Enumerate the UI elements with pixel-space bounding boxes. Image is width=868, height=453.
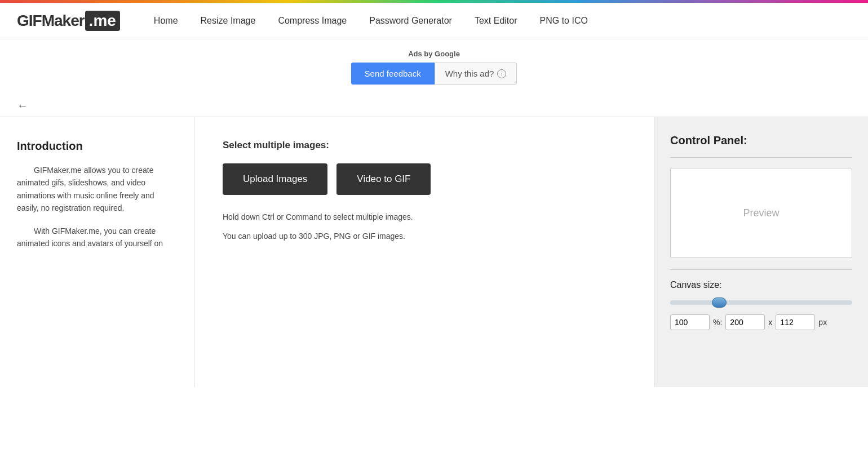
google-label: Google <box>435 50 460 58</box>
canvas-slider-wrapper <box>670 297 852 307</box>
panel-divider <box>670 157 852 158</box>
ad-buttons: Send feedback Why this ad? i <box>351 63 517 85</box>
nav-home[interactable]: Home <box>154 16 178 26</box>
canvas-height-input[interactable] <box>776 314 815 330</box>
preview-box: Preview <box>670 168 852 258</box>
canvas-inputs: %: x px <box>670 314 852 330</box>
percent-label: %: <box>713 318 722 327</box>
control-panel-heading: Control Panel: <box>670 134 852 147</box>
canvas-size-slider[interactable] <box>670 300 852 305</box>
control-panel: Control Panel: Preview Canvas size: %: x… <box>654 117 868 387</box>
main-content: Select multiple images: Upload Images Vi… <box>194 117 654 387</box>
logo[interactable]: GIFMaker.me <box>17 11 120 31</box>
sidebar-paragraph-2: With GIFMaker.me, you can create animate… <box>17 225 177 250</box>
header: GIFMaker.me Home Resize Image Compress I… <box>0 3 868 39</box>
ctrl-hint-text: Hold down Ctrl or Command to select mult… <box>223 211 626 223</box>
canvas-size-label: Canvas size: <box>670 280 852 290</box>
nav-text-editor[interactable]: Text Editor <box>475 16 517 26</box>
logo-gif-text: GIF <box>17 12 42 30</box>
nav-resize-image[interactable]: Resize Image <box>201 16 256 26</box>
main-container: Introduction GIFMaker.me allows you to c… <box>0 117 868 387</box>
logo-maker-text: Maker <box>42 12 85 30</box>
info-icon: i <box>497 69 506 78</box>
canvas-percent-input[interactable] <box>670 314 710 330</box>
px-label: px <box>818 318 827 327</box>
logo-me-box: .me <box>85 11 120 31</box>
panel-divider-2 <box>670 269 852 270</box>
upload-buttons: Upload Images Video to GIF <box>223 163 626 195</box>
why-this-ad-text: Why this ad? <box>445 69 494 78</box>
video-to-gif-button[interactable]: Video to GIF <box>336 163 431 195</box>
nav-png-to-ico[interactable]: PNG to ICO <box>540 16 588 26</box>
upload-limit-text: You can upload up to 300 JPG, PNG or GIF… <box>223 230 626 242</box>
nav-password-generator[interactable]: Password Generator <box>369 16 452 26</box>
why-this-ad-button[interactable]: Why this ad? i <box>435 63 517 85</box>
sidebar-heading: Introduction <box>17 140 177 153</box>
nav-compress-image[interactable]: Compress Image <box>278 16 347 26</box>
main-nav: Home Resize Image Compress Image Passwor… <box>154 16 588 26</box>
ads-by-google-label: Ads by Google <box>408 50 460 58</box>
upload-images-button[interactable]: Upload Images <box>223 163 327 195</box>
ad-area: Ads by Google Send feedback Why this ad?… <box>0 39 868 95</box>
preview-label: Preview <box>743 207 779 219</box>
send-feedback-button[interactable]: Send feedback <box>351 63 435 85</box>
select-images-label: Select multiple images: <box>223 140 626 151</box>
canvas-width-input[interactable] <box>725 314 765 330</box>
x-separator: x <box>768 318 772 327</box>
sidebar: Introduction GIFMaker.me allows you to c… <box>0 117 194 387</box>
sidebar-paragraph-1: GIFMaker.me allows you to create animate… <box>17 164 177 215</box>
back-arrow[interactable]: ← <box>0 95 45 117</box>
